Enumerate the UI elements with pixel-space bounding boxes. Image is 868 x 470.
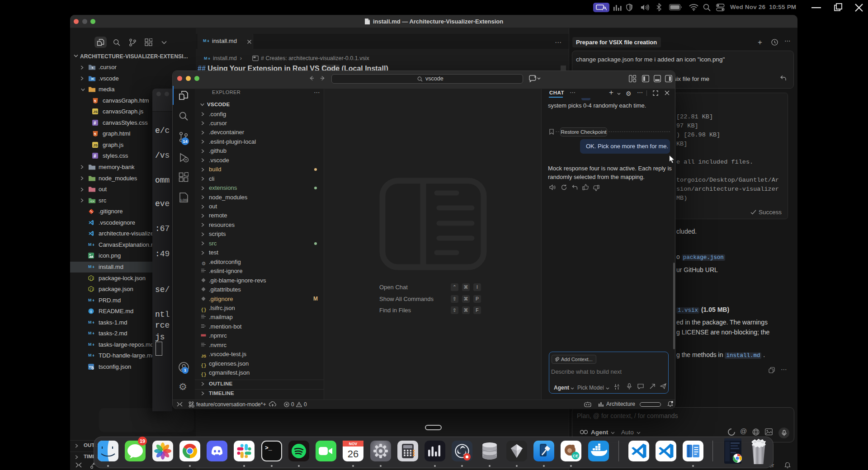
svg-text:5: 5 [94,132,96,136]
svg-text:M: M [88,320,92,324]
svg-text:#: # [94,120,96,125]
svg-text:CE: CE [573,454,579,458]
svg-text:{}: {} [90,288,93,291]
svg-text:<>: <> [90,199,94,203]
svg-text:JS: JS [93,110,98,114]
svg-text:LOG: LOG [181,198,188,202]
svg-text:NOV: NOV [349,442,358,446]
svg-text:>_: >_ [265,445,272,451]
svg-text:M: M [88,264,92,269]
svg-text:#: # [94,154,96,159]
svg-text:M: M [203,38,207,43]
svg-text:5: 5 [94,99,96,103]
svg-text:M: M [88,342,92,347]
svg-text:{}: {} [90,277,93,280]
svg-text:M: M [88,331,92,335]
svg-text:JS: JS [93,143,98,147]
svg-text:M: M [88,298,92,302]
svg-text:M: M [204,56,208,61]
svg-text:M: M [88,353,92,357]
svg-text:26: 26 [348,448,359,460]
svg-text:M: M [88,242,92,247]
